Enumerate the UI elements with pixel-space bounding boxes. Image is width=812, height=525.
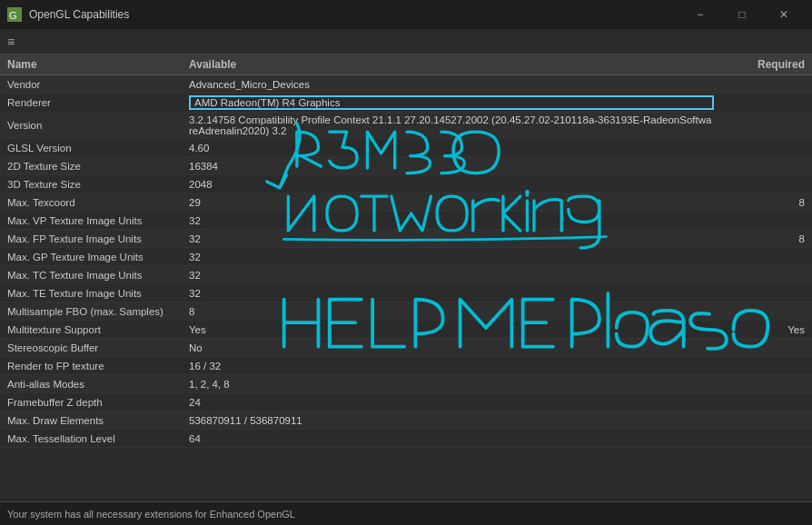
toolbar: ≡	[0, 29, 812, 54]
table-row: Max. FP Texture Image Units328	[0, 230, 812, 248]
header-name: Name	[7, 58, 189, 71]
table-row: Max. Texcoord298	[0, 193, 812, 212]
cell-available: AMD Radeon(TM) R4 Graphics	[189, 95, 714, 110]
cell-required: 8	[714, 233, 805, 244]
cell-name: Max. FP Texture Image Units	[7, 233, 189, 244]
cell-name: Max. TC Texture Image Units	[7, 270, 189, 281]
cell-name: 2D Texture Size	[7, 161, 189, 172]
cell-available: Yes	[189, 324, 714, 335]
table-row: Anti-alias Modes1, 2, 4, 8	[0, 375, 812, 393]
status-text: Your system has all necessary extensions…	[7, 509, 295, 520]
cell-name: Max. VP Texture Image Units	[7, 215, 189, 226]
title-bar-controls: − □ ✕	[679, 0, 805, 29]
cell-available: 536870911 / 536870911	[189, 415, 714, 426]
table-header: Name Available Required	[0, 54, 812, 75]
cell-available: 2048	[189, 179, 714, 190]
menu-icon[interactable]: ≡	[7, 35, 15, 49]
cell-name: Renderer	[7, 97, 189, 108]
table-row: Max. TC Texture Image Units32	[0, 266, 812, 284]
cell-name: Version	[7, 120, 189, 131]
cell-name: Stereoscopic Buffer	[7, 342, 189, 353]
cell-available: No	[189, 342, 714, 353]
cell-name: Render to FP texture	[7, 361, 189, 371]
table-row: Framebuffer Z depth24	[0, 393, 812, 411]
table-row: Version3.2.14758 Compatibility Profile C…	[0, 113, 812, 139]
cell-available: 24	[189, 397, 714, 408]
cell-available: 32	[189, 215, 714, 226]
table-row: Render to FP texture16 / 32	[0, 357, 812, 375]
cell-available: 64	[189, 433, 714, 444]
table-row: Max. TE Texture Image Units32	[0, 284, 812, 302]
table-row: 3D Texture Size2048	[0, 175, 812, 193]
cell-name: Multisample FBO (max. Samples)	[7, 306, 189, 317]
cell-name: Max. Tessellation Level	[7, 433, 189, 444]
table-row: VendorAdvanced_Micro_Devices	[0, 75, 812, 94]
cell-available: 1, 2, 4, 8	[189, 379, 714, 390]
header-required: Required	[714, 58, 805, 71]
cell-available: 16 / 32	[189, 361, 714, 371]
table-row: RendererAMD Radeon(TM) R4 Graphics	[0, 94, 812, 113]
cell-name: Multitexture Support	[7, 324, 189, 335]
cell-name: Framebuffer Z depth	[7, 397, 189, 408]
cell-name: Max. TE Texture Image Units	[7, 288, 189, 299]
cell-available: 32	[189, 233, 714, 244]
cell-available: 29	[189, 197, 714, 208]
app-icon: G	[7, 7, 22, 22]
cell-available: 3.2.14758 Compatibility Profile Context …	[189, 114, 714, 136]
cell-name: Max. Draw Elements	[7, 415, 189, 426]
table-row: Multitexture SupportYesYes	[0, 321, 812, 339]
title-bar: G OpenGL Capabilities − □ ✕	[0, 0, 812, 29]
cell-name: Vendor	[7, 79, 189, 90]
close-button[interactable]: ✕	[763, 0, 805, 29]
cell-available: 32	[189, 288, 714, 299]
table-row: Max. Draw Elements536870911 / 536870911	[0, 411, 812, 430]
table-body: VendorAdvanced_Micro_DevicesRendererAMD …	[0, 75, 812, 500]
table-row: Max. GP Texture Image Units32	[0, 248, 812, 266]
cell-available: 16384	[189, 161, 714, 172]
cell-name: 3D Texture Size	[7, 179, 189, 190]
table-row: Max. Tessellation Level64	[0, 430, 812, 448]
cell-available: 32	[189, 252, 714, 262]
cell-name: Anti-alias Modes	[7, 379, 189, 390]
cell-available: Advanced_Micro_Devices	[189, 79, 714, 90]
table-row: 2D Texture Size16384	[0, 157, 812, 175]
cell-available: 32	[189, 270, 714, 281]
cell-available: 4.60	[189, 143, 714, 154]
cell-name: Max. Texcoord	[7, 197, 189, 208]
cell-name: GLSL Version	[7, 143, 189, 154]
cell-name: Max. GP Texture Image Units	[7, 252, 189, 262]
maximize-button[interactable]: □	[721, 0, 763, 29]
table-row: Stereoscopic BufferNo	[0, 339, 812, 357]
table-row: Multisample FBO (max. Samples)8	[0, 302, 812, 321]
minimize-button[interactable]: −	[679, 0, 721, 29]
cell-available: 8	[189, 306, 714, 317]
cell-required: Yes	[714, 324, 805, 335]
status-bar: Your system has all necessary extensions…	[0, 501, 812, 525]
window-title: OpenGL Capabilities	[29, 8, 672, 21]
header-available: Available	[189, 58, 714, 71]
cell-required: 8	[714, 197, 805, 208]
svg-text:G: G	[9, 10, 17, 21]
table-row: GLSL Version4.60	[0, 139, 812, 157]
table-row: Max. VP Texture Image Units32	[0, 212, 812, 230]
